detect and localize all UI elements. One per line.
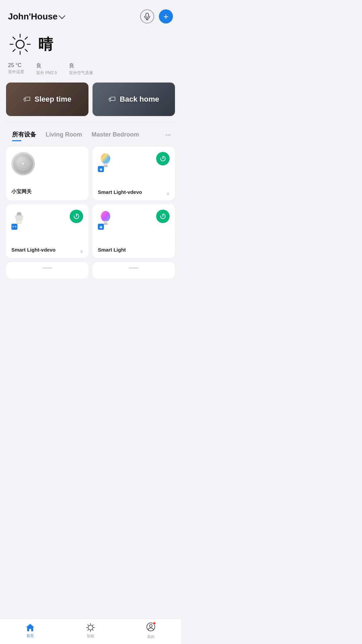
svg-line-8	[13, 37, 15, 40]
weather-condition: 晴	[38, 35, 53, 54]
svg-point-15	[22, 163, 24, 165]
device-card-smart-light-3[interactable]: ◉ Smart Light	[93, 204, 175, 258]
device-card-smart-light-1[interactable]: ◉ Smart Light-vdevo ∨	[93, 147, 175, 200]
bulb-badge-icon-3: ◉	[100, 225, 103, 229]
bulb-badge-3: ◉	[98, 224, 104, 230]
partial-card-left	[6, 262, 88, 279]
smart-light-3-top: ◉	[98, 210, 170, 230]
svg-rect-19	[104, 166, 108, 167]
power-icon-3	[160, 213, 166, 220]
tabs-more-button[interactable]: ···	[163, 129, 174, 141]
tab-all-label: 所有设备	[12, 131, 36, 138]
power-button-smart-light-1[interactable]	[156, 152, 170, 165]
pm25-stat: 良 室外 PM2.5	[36, 62, 57, 76]
bulb-badge-icon-1: ◉	[100, 167, 103, 171]
color-bulb-1-image: ◉	[98, 152, 117, 172]
pm25-label: 室外 PM2.5	[36, 70, 57, 76]
svg-point-3	[16, 40, 24, 48]
spot-bulb-image: ✕✕	[11, 210, 30, 230]
device-card-gateway[interactable]: 小宝网关	[6, 147, 88, 200]
aqi-label: 室外空气质量	[69, 70, 93, 76]
tag-icon-sleep: 🏷	[23, 95, 31, 104]
temperature-stat: 25 °C 室外温度	[8, 62, 24, 76]
tab-active-indicator	[12, 140, 21, 141]
partial-indicator-right	[129, 267, 139, 269]
weather-stats: 25 °C 室外温度 良 室外 PM2.5 良 室外空气质量	[8, 62, 173, 76]
devices-tabs: 所有设备 Living Room Master Bedroom ···	[6, 128, 175, 141]
tab-living-room[interactable]: Living Room	[41, 129, 87, 141]
add-icon: +	[163, 12, 168, 21]
tab-living-label: Living Room	[46, 131, 82, 138]
bulb-badge-2: ✕✕	[11, 224, 17, 230]
mic-icon	[144, 13, 150, 20]
temperature-label: 室外温度	[8, 69, 24, 75]
scene-home-overlay: 🏷 Back home	[93, 83, 175, 116]
weather-section: 晴 25 °C 室外温度 良 室外 PM2.5 良 室外空气质量	[0, 29, 181, 83]
gateway-image	[11, 152, 35, 175]
gateway-inner	[13, 154, 33, 174]
smart-light-2-chevron[interactable]: ∨	[80, 249, 83, 254]
pm25-value: 良	[36, 62, 57, 69]
bulb-badge-icon-2: ✕✕	[12, 225, 17, 228]
aqi-stat: 良 室外空气质量	[69, 62, 93, 76]
tag-icon-home: 🏷	[108, 95, 116, 104]
tab-all-devices[interactable]: 所有设备	[7, 128, 41, 141]
house-name-title[interactable]: John'House	[8, 11, 64, 22]
svg-line-10	[25, 37, 27, 40]
temperature-value: 25 °C	[8, 62, 24, 68]
gateway-svg	[16, 157, 30, 170]
svg-rect-32	[104, 224, 108, 225]
scene-back-home-card[interactable]: 🏷 Back home	[93, 83, 175, 116]
smart-light-1-name: Smart Light-vdevo	[98, 189, 170, 195]
add-button[interactable]: +	[159, 9, 173, 23]
power-button-smart-light-2[interactable]	[70, 210, 83, 223]
chevron-down-icon	[59, 12, 65, 19]
devices-section: 所有设备 Living Room Master Bedroom ···	[0, 128, 181, 279]
sun-icon	[8, 32, 32, 56]
svg-rect-0	[146, 13, 148, 17]
svg-point-16	[101, 153, 110, 164]
smart-light-3-name: Smart Light	[98, 247, 170, 253]
power-icon-2	[73, 213, 80, 220]
header-actions: +	[140, 9, 173, 23]
smart-light-2-name: Smart Light-vdevo	[11, 247, 83, 253]
smart-light-1-chevron[interactable]: ∨	[166, 191, 170, 196]
device-grid-partial	[6, 262, 175, 279]
scene-sleep-card[interactable]: 🏷 Sleep time	[6, 83, 88, 116]
device-card-smart-light-2[interactable]: ✕✕ Smart Light-vdevo ∨	[6, 204, 88, 258]
partial-indicator-left	[42, 267, 52, 269]
svg-point-26	[16, 220, 22, 223]
tab-master-label: Master Bedroom	[92, 131, 139, 138]
power-button-smart-light-3[interactable]	[156, 210, 170, 223]
aqi-value: 良	[69, 62, 93, 69]
svg-point-29	[101, 211, 110, 222]
mic-button[interactable]	[140, 9, 154, 23]
scene-home-label: Back home	[120, 95, 159, 104]
house-name-text: John'House	[8, 11, 58, 22]
svg-rect-25	[17, 212, 21, 213]
power-icon-1	[160, 155, 166, 162]
smart-light-1-top: ◉	[98, 152, 170, 172]
color-bulb-2-image: ◉	[98, 210, 117, 230]
tab-master-bedroom[interactable]: Master Bedroom	[87, 129, 144, 141]
gateway-card-top	[11, 152, 83, 175]
device-grid: 小宝网关	[6, 147, 175, 258]
section-divider	[6, 122, 175, 122]
bulb-badge-1: ◉	[98, 166, 104, 172]
app-header: John'House +	[0, 0, 181, 29]
svg-line-11	[13, 49, 15, 52]
scene-sleep-label: Sleep time	[35, 95, 71, 104]
scene-sleep-overlay: 🏷 Sleep time	[6, 83, 88, 116]
smart-light-2-top: ✕✕	[11, 210, 83, 230]
partial-card-right	[93, 262, 175, 279]
gateway-name: 小宝网关	[11, 189, 83, 195]
svg-line-9	[25, 49, 27, 52]
scenes-section: 🏷 Sleep time 🏷 Back home	[0, 83, 181, 122]
